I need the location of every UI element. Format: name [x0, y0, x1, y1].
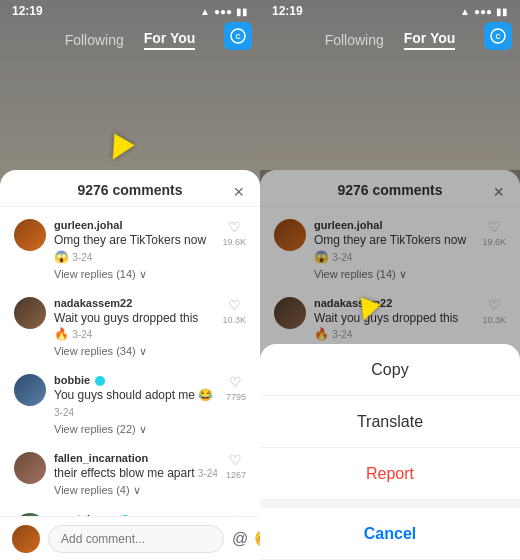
- status-icons: ▲ ●●● ▮▮: [460, 6, 508, 17]
- comment-text: Wait you guys dropped this 🔥 3-24: [54, 310, 214, 344]
- svg-text:C: C: [235, 33, 240, 40]
- comment-content: nadakassem22 Wait you guys dropped this …: [54, 297, 214, 359]
- view-replies[interactable]: View replies (14) ∨: [54, 268, 214, 281]
- report-action[interactable]: Report: [260, 448, 520, 500]
- status-icons: ▲ ●●● ▮▮: [200, 6, 248, 17]
- comment-item: fallen_incarnation their effects blow me…: [0, 444, 260, 505]
- comments-sheet-right: 9276 comments × gurleen.johal Omg they a…: [260, 170, 520, 560]
- comment-like[interactable]: ♡ 1267: [226, 452, 246, 480]
- comment-like[interactable]: ♡ 7795: [226, 374, 246, 402]
- verified-badge: [95, 376, 105, 386]
- for-you-tab[interactable]: For You: [404, 30, 456, 50]
- like-count: 1267: [226, 470, 246, 480]
- comments-title: 9276 comments: [77, 182, 182, 198]
- following-tab[interactable]: Following: [65, 32, 124, 48]
- comment-text: You guys should adopt me 😂 3-24: [54, 387, 218, 421]
- nav-bar: Following For You: [260, 22, 520, 58]
- battery-icon: ▮▮: [496, 6, 508, 17]
- comment-content: gurleen.johal Omg they are TikTokers now…: [54, 219, 214, 281]
- comment-input-bar: @ 😊: [0, 516, 260, 560]
- like-count: 10.3K: [222, 315, 246, 325]
- report-label: Report: [366, 465, 414, 483]
- comment-item: nadakassem22 Wait you guys dropped this …: [0, 289, 260, 367]
- right-panel: 12:19 ▲ ●●● ▮▮ Following For You C 9276 …: [260, 0, 520, 560]
- like-icon: ♡: [229, 374, 242, 390]
- covid-badge: C: [224, 22, 252, 50]
- action-sheet: Copy Translate Report Cancel: [260, 344, 520, 560]
- signal-icon: ●●●: [214, 6, 232, 17]
- translate-label: Translate: [357, 413, 423, 431]
- nav-bar: Following For You: [0, 22, 260, 58]
- comment-username: fallen_incarnation: [54, 452, 218, 464]
- like-icon: ♡: [229, 452, 242, 468]
- status-time: 12:19: [272, 4, 303, 18]
- comment-like[interactable]: ♡ 10.3K: [222, 297, 246, 325]
- comment-text: Omg they are TikTokers now 😱 3-24: [54, 232, 214, 266]
- status-time: 12:19: [12, 4, 43, 18]
- input-icons: @ 😊: [232, 529, 260, 548]
- comments-list[interactable]: gurleen.johal Omg they are TikTokers now…: [0, 207, 260, 517]
- like-icon: ♡: [228, 219, 241, 235]
- comment-item: bobbie You guys should adopt me 😂 3-24 V…: [0, 366, 260, 444]
- wifi-icon: ▲: [200, 6, 210, 17]
- comments-header: 9276 comments ×: [0, 170, 260, 207]
- left-panel: 12:19 ▲ ●●● ▮▮ Following For You C ▼ 927…: [0, 0, 260, 560]
- avatar: [14, 374, 46, 406]
- copy-action[interactable]: Copy: [260, 344, 520, 396]
- like-count: 19.6K: [222, 237, 246, 247]
- action-sheet-divider: [260, 500, 520, 508]
- view-replies[interactable]: View replies (22) ∨: [54, 423, 218, 436]
- view-replies[interactable]: View replies (34) ∨: [54, 345, 214, 358]
- svg-text:C: C: [495, 33, 500, 40]
- comment-username: gurleen.johal: [54, 219, 214, 231]
- comments-sheet-left: 9276 comments × gurleen.johal Omg they a…: [0, 170, 260, 560]
- status-bar: 12:19 ▲ ●●● ▮▮: [260, 0, 520, 22]
- avatar: [14, 297, 46, 329]
- mention-icon[interactable]: @: [232, 530, 248, 548]
- comment-input[interactable]: [48, 525, 224, 553]
- copy-label: Copy: [371, 361, 408, 379]
- comment-item: gurleen.johal Omg they are TikTokers now…: [0, 211, 260, 289]
- comment-username: bobbie: [54, 374, 218, 386]
- avatar: [14, 452, 46, 484]
- signal-icon: ●●●: [474, 6, 492, 17]
- avatar: [14, 219, 46, 251]
- view-replies[interactable]: View replies (4) ∨: [54, 484, 218, 497]
- battery-icon: ▮▮: [236, 6, 248, 17]
- translate-action[interactable]: Translate: [260, 396, 520, 448]
- comment-text: their effects blow me apart 3-24: [54, 465, 218, 482]
- status-bar: 12:19 ▲ ●●● ▮▮: [0, 0, 260, 22]
- cancel-label: Cancel: [364, 525, 416, 543]
- wifi-icon: ▲: [460, 6, 470, 17]
- close-button[interactable]: ×: [233, 182, 244, 203]
- like-icon: ♡: [228, 297, 241, 313]
- comment-username: nadakassem22: [54, 297, 214, 309]
- comment-content: fallen_incarnation their effects blow me…: [54, 452, 218, 497]
- comment-content: bobbie You guys should adopt me 😂 3-24 V…: [54, 374, 218, 436]
- input-avatar: [12, 525, 40, 553]
- cancel-action[interactable]: Cancel: [260, 508, 520, 560]
- covid-badge: C: [484, 22, 512, 50]
- following-tab[interactable]: Following: [325, 32, 384, 48]
- like-count: 7795: [226, 392, 246, 402]
- for-you-tab[interactable]: For You: [144, 30, 196, 50]
- comment-like[interactable]: ♡ 19.6K: [222, 219, 246, 247]
